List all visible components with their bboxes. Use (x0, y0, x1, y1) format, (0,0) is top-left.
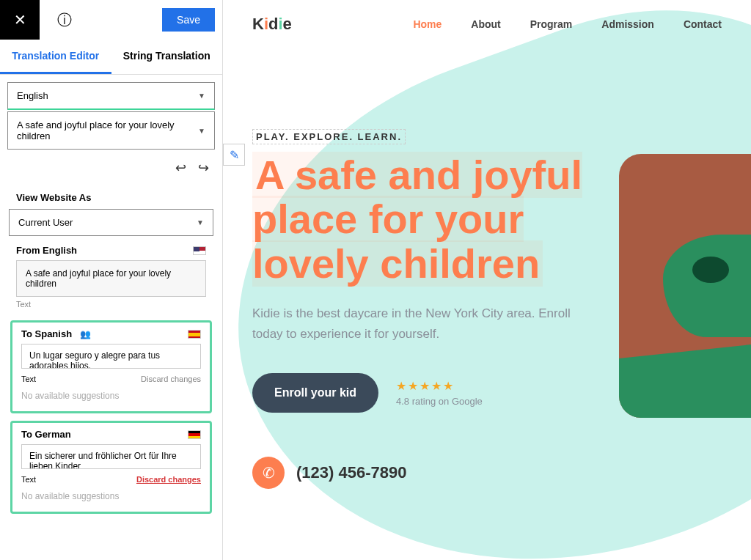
edit-pencil-icon[interactable]: ✎ (223, 144, 245, 166)
discard-changes-link[interactable]: Discard changes (136, 475, 201, 484)
redo-icon[interactable]: ↪ (198, 160, 209, 176)
undo-icon[interactable]: ↩ (175, 160, 186, 176)
discard-changes-link[interactable]: Discard changes (141, 375, 201, 383)
site-logo[interactable]: Kidie (252, 15, 292, 34)
info-icon[interactable]: ⓘ (57, 10, 72, 30)
close-button[interactable]: ✕ (0, 0, 40, 40)
phone-number[interactable]: (123) 456-7890 (296, 463, 406, 482)
site-nav: Home About Program Admission Contact (413, 18, 722, 30)
rating-text: 4.8 rating on Google (396, 396, 483, 407)
translation-sidebar: ✕ ⓘ Save Translation Editor String Trans… (0, 0, 223, 560)
hero-image (619, 154, 751, 418)
phone-icon[interactable]: ✆ (252, 457, 285, 489)
sidebar-topbar: ✕ ⓘ Save (0, 0, 222, 40)
nav-contact[interactable]: Contact (684, 18, 722, 30)
tab-translation-editor[interactable]: Translation Editor (0, 40, 111, 74)
flag-es-icon (188, 330, 201, 339)
translation-block-spanish: To Spanish 👥 Text Discard changes No ava… (10, 320, 212, 413)
to-spanish-label: To Spanish (21, 328, 72, 339)
source-text-value: A safe and joyful place for your lovely … (17, 119, 198, 141)
chevron-down-icon: ▼ (198, 92, 205, 100)
view-as-label: View Website As (7, 185, 215, 209)
people-icon: 👥 (80, 329, 91, 339)
hero-section: PLAY. EXPLORE. LEARN. A safe and joyful … (223, 48, 604, 489)
german-translation-input[interactable] (21, 444, 201, 469)
text-type-label: Text (7, 300, 215, 316)
source-language-select[interactable]: English ▼ (7, 82, 215, 110)
site-preview: ✎ Kidie Home About Program Admission Con… (223, 0, 751, 560)
text-type-label: Text (21, 375, 36, 383)
sidebar-tabs: Translation Editor String Translation (0, 40, 222, 75)
hero-title[interactable]: A safe and joyful place for your lovely … (252, 153, 604, 286)
nav-about[interactable]: About (471, 18, 500, 30)
no-suggestions-text: No available suggestions (17, 386, 205, 405)
flag-de-icon (188, 430, 201, 439)
enroll-button[interactable]: Enroll your kid (252, 373, 378, 413)
flag-us-icon (193, 246, 206, 255)
sidebar-body: English ▼ A safe and joyful place for yo… (0, 75, 222, 528)
source-language-value: English (17, 90, 48, 101)
site-header: Kidie Home About Program Admission Conta… (223, 0, 751, 48)
view-as-select[interactable]: Current User ▼ (9, 209, 213, 236)
from-text-readonly: A safe and joyful place for your lovely … (16, 260, 206, 297)
chevron-down-icon: ▼ (198, 127, 205, 135)
view-as-value: Current User (18, 217, 73, 228)
save-button[interactable]: Save (162, 8, 215, 32)
translation-block-german: To German Text Discard changes No availa… (10, 421, 212, 514)
source-text-select[interactable]: A safe and joyful place for your lovely … (7, 111, 215, 150)
nav-program[interactable]: Program (530, 18, 573, 30)
to-german-label: To German (21, 429, 71, 440)
text-type-label: Text (21, 475, 36, 484)
from-language-label: From English (16, 245, 77, 256)
nav-admission[interactable]: Admission (601, 18, 654, 30)
no-suggestions-text: No available suggestions (17, 487, 205, 506)
hero-tagline[interactable]: PLAY. EXPLORE. LEARN. (252, 129, 406, 144)
hero-subtitle[interactable]: Kidie is the best daycare in the New Yor… (252, 303, 604, 343)
rating-stars: ★★★★★ (396, 379, 483, 393)
tab-string-translation[interactable]: String Translation (111, 40, 223, 74)
spanish-translation-input[interactable] (21, 344, 201, 369)
nav-home[interactable]: Home (413, 18, 442, 30)
chevron-down-icon: ▼ (197, 218, 204, 226)
